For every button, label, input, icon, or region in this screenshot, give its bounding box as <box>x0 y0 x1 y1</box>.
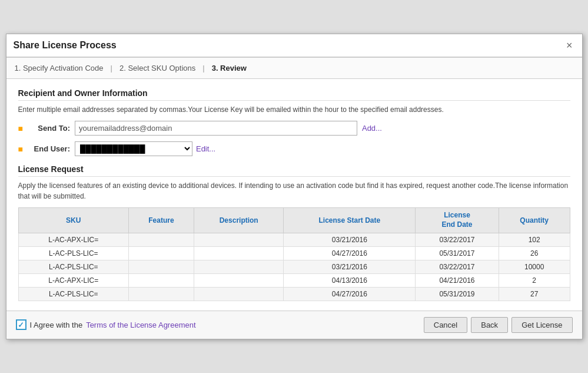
cell-end: 03/22/2017 <box>416 260 499 273</box>
step-separator-2: | <box>202 64 204 72</box>
license-table: SKU Feature Description License Start Da… <box>18 207 570 301</box>
table-row: L-AC-APX-LIC=04/13/201604/21/20162 <box>18 273 570 287</box>
tos-link[interactable]: Terms of the License Agreement <box>86 321 195 329</box>
cell-start: 03/21/2016 <box>284 233 416 246</box>
get-license-button[interactable]: Get License <box>511 317 572 333</box>
table-row: L-AC-PLS-LIC=04/27/201605/31/201726 <box>18 246 570 260</box>
cell-sku: L-AC-APX-LIC= <box>18 273 129 287</box>
steps-bar: 1. Specify Activation Code | 2. Select S… <box>6 58 582 79</box>
send-to-required-star: ■ <box>18 124 23 133</box>
end-user-label: End User: <box>29 144 70 153</box>
footer-buttons: Cancel Back Get License <box>424 317 573 333</box>
dialog-body: Recipient and Owner Information Enter mu… <box>6 79 582 310</box>
send-to-input[interactable] <box>75 121 357 136</box>
license-section-title: License Request <box>18 164 570 177</box>
cell-qty: 27 <box>499 287 570 301</box>
dialog-footer: ✓ I Agree with the Terms of the License … <box>6 311 582 339</box>
cell-description <box>194 273 284 287</box>
license-request-section: License Request Apply the licensed featu… <box>18 164 570 301</box>
footer-left: ✓ I Agree with the Terms of the License … <box>16 319 196 330</box>
table-row: L-AC-PLS-LIC=03/21/201603/22/201710000 <box>18 260 570 273</box>
back-button[interactable]: Back <box>471 317 508 333</box>
cell-start: 03/21/2016 <box>284 260 416 273</box>
cell-end: 05/31/2019 <box>416 287 499 301</box>
table-row: L-AC-PLS-LIC=04/27/201605/31/201927 <box>18 287 570 301</box>
dialog-title-bar: Share License Process × <box>6 34 582 58</box>
col-end-date: LicenseEnd Date <box>416 208 499 233</box>
cell-sku: L-AC-APX-LIC= <box>18 233 129 246</box>
step3-label: 3. Review <box>212 64 247 72</box>
step1-label: 1. Specify Activation Code <box>15 64 104 72</box>
cell-qty: 10000 <box>499 260 570 273</box>
cell-start: 04/13/2016 <box>284 273 416 287</box>
cell-end: 04/21/2016 <box>416 273 499 287</box>
license-section-desc: Apply the licensed features of an existi… <box>18 180 570 202</box>
edit-button[interactable]: Edit... <box>196 144 215 153</box>
col-description: Description <box>194 208 284 233</box>
cell-feature <box>129 273 194 287</box>
col-sku: SKU <box>18 208 129 233</box>
cell-sku: L-AC-PLS-LIC= <box>18 246 129 260</box>
close-button[interactable]: × <box>564 39 575 52</box>
table-row: L-AC-APX-LIC=03/21/201603/22/2017102 <box>18 233 570 246</box>
share-license-dialog: Share License Process × 1. Specify Activ… <box>6 34 583 339</box>
add-button[interactable]: Add... <box>362 124 382 133</box>
agree-text: I Agree with the <box>30 321 83 329</box>
cell-feature <box>129 260 194 273</box>
send-to-row: ■ Send To: Add... <box>18 121 570 136</box>
col-start-date: License Start Date <box>284 208 416 233</box>
cell-start: 04/27/2016 <box>284 246 416 260</box>
cell-description <box>194 233 284 246</box>
dialog-title: Share License Process <box>14 40 117 51</box>
cell-start: 04/27/2016 <box>284 287 416 301</box>
cell-description <box>194 246 284 260</box>
send-to-label: Send To: <box>29 124 70 133</box>
recipient-section-title: Recipient and Owner Information <box>18 88 570 101</box>
cell-qty: 2 <box>499 273 570 287</box>
end-user-select-wrapper: ████████████ Edit... <box>75 141 215 156</box>
agree-checkbox[interactable]: ✓ <box>16 319 26 330</box>
cell-feature <box>129 287 194 301</box>
cell-description <box>194 287 284 301</box>
end-user-row: ■ End User: ████████████ Edit... <box>18 141 570 156</box>
checkmark-icon: ✓ <box>18 321 24 329</box>
cell-end: 03/22/2017 <box>416 233 499 246</box>
col-feature: Feature <box>129 208 194 233</box>
end-user-select[interactable]: ████████████ <box>75 141 192 156</box>
step2-label: 2. Select SKU Options <box>119 64 195 72</box>
cell-feature <box>129 233 194 246</box>
step-separator-1: | <box>111 64 112 72</box>
recipient-section-desc: Enter multiple email addresses separated… <box>18 104 570 115</box>
recipient-section: Recipient and Owner Information Enter mu… <box>18 88 570 156</box>
cell-end: 05/31/2017 <box>416 246 499 260</box>
cancel-button[interactable]: Cancel <box>424 317 467 333</box>
cell-qty: 102 <box>499 233 570 246</box>
cell-sku: L-AC-PLS-LIC= <box>18 260 129 273</box>
end-user-required-star: ■ <box>18 144 23 154</box>
cell-description <box>194 260 284 273</box>
cell-sku: L-AC-PLS-LIC= <box>18 287 129 301</box>
col-quantity: Quantity <box>499 208 570 233</box>
cell-feature <box>129 246 194 260</box>
cell-qty: 26 <box>499 246 570 260</box>
